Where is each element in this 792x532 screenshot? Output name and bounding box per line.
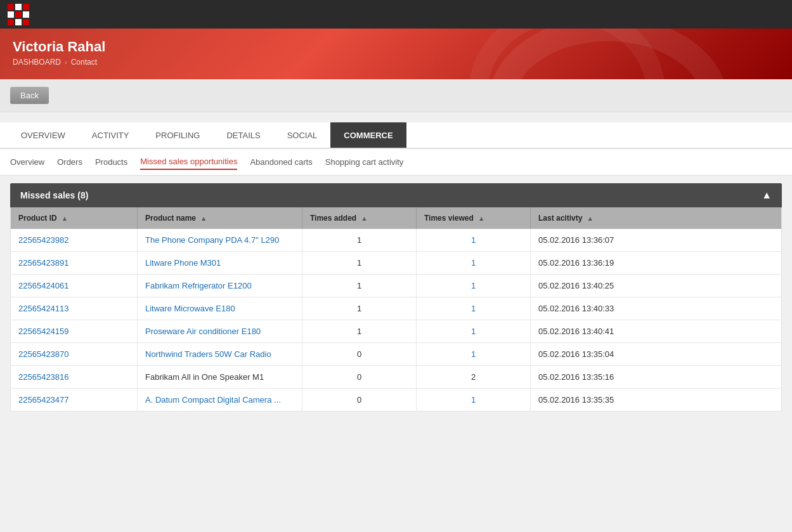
sub-nav-carts[interactable]: Abandoned carts xyxy=(250,155,312,169)
breadcrumb-contact[interactable]: Contact xyxy=(71,58,97,67)
sort-icon-times-viewed: ▲ xyxy=(478,215,484,222)
missed-sales-table: Product ID ▲ Product name ▲ Times added … xyxy=(10,207,782,412)
logo-cell-1 xyxy=(8,4,14,10)
cell-product-id: 22565423870 xyxy=(11,343,138,366)
table-row: 22565423982The Phone Company PDA 4.7" L2… xyxy=(11,229,782,252)
breadcrumb-dashboard[interactable]: DASHBOARD xyxy=(13,58,61,67)
logo-cell-7 xyxy=(8,19,14,25)
times-viewed-link[interactable]: 1 xyxy=(471,395,476,405)
collapse-icon[interactable]: ▲ xyxy=(762,190,772,201)
section-title: Missed sales (8) xyxy=(20,190,88,200)
breadcrumb: DASHBOARD › Contact xyxy=(13,58,779,67)
cell-product-name: Fabrikam Refrigerator E1200 xyxy=(138,275,302,297)
sort-icon-times-added: ▲ xyxy=(361,215,367,222)
cell-product-name: The Phone Company PDA 4.7" L290 xyxy=(138,229,302,252)
cell-times-viewed: 1 xyxy=(417,297,531,320)
breadcrumb-separator: › xyxy=(65,58,67,66)
product-id-link[interactable]: 22565423477 xyxy=(18,395,69,405)
product-name-link[interactable]: The Phone Company PDA 4.7" L290 xyxy=(145,235,279,245)
tab-details[interactable]: DETAILS xyxy=(213,122,273,148)
product-name-link[interactable]: Northwind Traders 50W Car Radio xyxy=(145,349,271,359)
sub-nav-overview[interactable]: Overview xyxy=(10,155,44,169)
product-name-link[interactable]: Litware Microwave E180 xyxy=(145,304,235,313)
logo-cell-3 xyxy=(23,4,29,10)
cell-times-added: 1 xyxy=(302,229,417,252)
times-viewed-link[interactable]: 1 xyxy=(471,349,476,359)
times-viewed-link[interactable]: 1 xyxy=(471,235,476,245)
cell-last-activity: 05.02.2016 13:36:07 xyxy=(531,229,782,252)
cell-times-added: 1 xyxy=(302,252,417,275)
col-header-product-name[interactable]: Product name ▲ xyxy=(138,207,302,229)
tab-activity[interactable]: ACTIVITY xyxy=(79,122,143,148)
product-name-link[interactable]: Fabrikam Refrigerator E1200 xyxy=(145,281,252,290)
col-header-times-added[interactable]: Times added ▲ xyxy=(302,207,417,229)
product-id-link[interactable]: 22565424061 xyxy=(18,281,69,290)
cell-product-name: Proseware Air conditioner E180 xyxy=(138,320,302,343)
cell-times-viewed: 2 xyxy=(417,366,531,389)
logo-cell-9 xyxy=(23,19,29,25)
col-header-times-viewed[interactable]: Times viewed ▲ xyxy=(417,207,531,229)
cell-last-activity: 05.02.2016 13:35:16 xyxy=(531,366,782,389)
product-id-link[interactable]: 22565424159 xyxy=(18,327,69,336)
product-id-link[interactable]: 22565423870 xyxy=(18,349,69,359)
sort-icon-last-activity: ▲ xyxy=(587,215,594,222)
cell-last-activity: 05.02.2016 13:35:35 xyxy=(531,389,782,412)
product-name-link[interactable]: Litware Phone M301 xyxy=(145,258,221,268)
table-header-row: Product ID ▲ Product name ▲ Times added … xyxy=(11,207,782,229)
table-row: 22565423477A. Datum Compact Digital Came… xyxy=(11,389,782,412)
cell-product-name: Northwind Traders 50W Car Radio xyxy=(138,343,302,366)
cell-times-viewed: 1 xyxy=(417,229,531,252)
product-id-link[interactable]: 22565423982 xyxy=(18,235,69,245)
product-id-link[interactable]: 22565424113 xyxy=(18,304,69,313)
section-header: Missed sales (8) ▲ xyxy=(10,183,782,207)
user-name: Victoria Rahal xyxy=(13,39,779,55)
product-id-link[interactable]: 22565423891 xyxy=(18,258,69,268)
tab-overview[interactable]: OVERVIEW xyxy=(8,122,79,148)
cell-last-activity: 05.02.2016 13:36:19 xyxy=(531,252,782,275)
tab-social[interactable]: SOCIAL xyxy=(274,122,331,148)
logo-cell-5 xyxy=(15,11,22,18)
cell-times-viewed: 1 xyxy=(417,275,531,297)
header-banner: Victoria Rahal DASHBOARD › Contact xyxy=(0,29,792,79)
tabs-container: OVERVIEW ACTIVITY PROFILING DETAILS SOCI… xyxy=(0,122,792,149)
sub-nav-missed[interactable]: Missed sales opportunities xyxy=(140,154,237,170)
cell-product-name: Fabrikam All in One Speaker M1 xyxy=(138,366,302,389)
sub-nav-cart-activity[interactable]: Shopping cart activity xyxy=(325,155,404,169)
cell-last-activity: 05.02.2016 13:35:04 xyxy=(531,343,782,366)
logo-cell-8 xyxy=(15,19,22,25)
sort-icon-product-id: ▲ xyxy=(62,215,68,222)
cell-product-id: 22565424159 xyxy=(11,320,138,343)
times-viewed-link[interactable]: 1 xyxy=(471,258,476,268)
times-viewed-link[interactable]: 1 xyxy=(471,304,476,313)
cell-last-activity: 05.02.2016 13:40:33 xyxy=(531,297,782,320)
cell-product-name: Litware Phone M301 xyxy=(138,252,302,275)
main-content: Missed sales (8) ▲ Product ID ▲ Product … xyxy=(0,176,792,419)
table-row: 22565424061Fabrikam Refrigerator E120011… xyxy=(11,275,782,297)
times-viewed-link[interactable]: 1 xyxy=(471,327,476,336)
table-row: 22565423870Northwind Traders 50W Car Rad… xyxy=(11,343,782,366)
cell-times-viewed: 1 xyxy=(417,343,531,366)
sub-nav-products[interactable]: Products xyxy=(95,155,127,169)
app-logo xyxy=(8,4,29,25)
cell-product-id: 22565423816 xyxy=(11,366,138,389)
tab-profiling[interactable]: PROFILING xyxy=(142,122,213,148)
product-name-link[interactable]: A. Datum Compact Digital Camera ... xyxy=(145,395,281,405)
sub-nav-orders[interactable]: Orders xyxy=(57,155,82,169)
back-button[interactable]: Back xyxy=(10,87,49,104)
times-viewed-link[interactable]: 1 xyxy=(471,281,476,290)
product-name-link[interactable]: Proseware Air conditioner E180 xyxy=(145,327,261,336)
cell-times-added: 1 xyxy=(302,320,417,343)
table-body: 22565423982The Phone Company PDA 4.7" L2… xyxy=(11,229,782,412)
product-id-link[interactable]: 22565423816 xyxy=(18,372,69,382)
col-header-product-id[interactable]: Product ID ▲ xyxy=(11,207,138,229)
table-row: 22565423891Litware Phone M3011105.02.201… xyxy=(11,252,782,275)
table-row: 22565423816Fabrikam All in One Speaker M… xyxy=(11,366,782,389)
cell-product-id: 22565423477 xyxy=(11,389,138,412)
col-header-last-activity[interactable]: Last acitivty ▲ xyxy=(531,207,782,229)
cell-times-viewed: 1 xyxy=(417,389,531,412)
back-area: Back xyxy=(0,79,792,112)
cell-product-id: 22565423982 xyxy=(11,229,138,252)
tab-commerce[interactable]: COMMERCE xyxy=(330,122,406,148)
cell-product-id: 22565424061 xyxy=(11,275,138,297)
cell-times-viewed: 1 xyxy=(417,320,531,343)
